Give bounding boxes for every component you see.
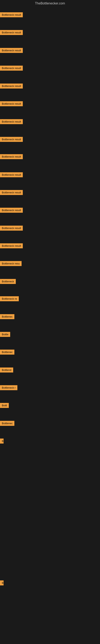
bottleneck-result-item[interactable]: Bottleneck result xyxy=(0,119,23,125)
bottleneck-badge: Bottleneck result xyxy=(0,190,23,195)
bottleneck-result-item[interactable]: Bottleneck result xyxy=(0,137,23,143)
bottleneck-result-item[interactable]: Bottleneck resu xyxy=(0,261,22,267)
bottleneck-result-item[interactable]: Bottleneck result xyxy=(0,12,23,18)
bottleneck-badge: Bottleneck result xyxy=(0,154,23,159)
bottleneck-result-item[interactable]: Bottleneck result xyxy=(0,172,23,178)
bottleneck-badge: B xyxy=(0,580,3,586)
bottleneck-result-item[interactable]: Bottleneck re xyxy=(0,296,19,302)
bottleneck-result-item[interactable]: B xyxy=(0,580,3,586)
bottleneck-result-item[interactable]: Bottlenec xyxy=(0,421,14,427)
bottleneck-badge: Bottleneck result xyxy=(0,226,23,231)
bottleneck-result-item[interactable]: Bottlend xyxy=(0,368,13,373)
bottleneck-result-item[interactable]: Bottle xyxy=(0,332,10,338)
bottleneck-result-item[interactable]: Bottleneck result xyxy=(0,30,23,36)
bottleneck-badge: Bottleneck result xyxy=(0,30,23,35)
bottleneck-result-item[interactable]: Bottlenec xyxy=(0,314,14,320)
bottleneck-badge: Bottleneck result xyxy=(0,137,23,142)
bottleneck-badge: Bottleneck result xyxy=(0,101,23,106)
bottleneck-result-item[interactable]: Bottleneck result xyxy=(0,84,23,89)
bottleneck-badge: Bottleneck result xyxy=(0,66,23,71)
bottleneck-result-item[interactable]: Bottleneck r xyxy=(0,385,17,391)
bottleneck-result-item[interactable]: Bottleneck xyxy=(0,279,16,285)
bottleneck-badge: Bottleneck xyxy=(0,279,16,284)
bottleneck-result-item[interactable]: Bottleneck result xyxy=(0,190,23,196)
bottleneck-result-item[interactable]: Bottl xyxy=(0,403,9,409)
bottleneck-result-item[interactable]: Bottleneck result xyxy=(0,66,23,72)
bottleneck-badge: Bottleneck re xyxy=(0,296,19,301)
bottleneck-badge: Bottleneck result xyxy=(0,208,23,213)
bottleneck-result-item[interactable]: Bottlenec xyxy=(0,350,14,356)
bottleneck-badge: Bottle xyxy=(0,332,10,337)
bottleneck-badge: Bottleneck resu xyxy=(0,261,22,266)
bottleneck-badge: Bottlend xyxy=(0,368,13,372)
bottleneck-badge: Bottleneck result xyxy=(0,48,23,53)
bottleneck-badge: Bottleneck r xyxy=(0,385,17,390)
bottleneck-badge: Bottleneck result xyxy=(0,119,23,124)
bottleneck-badge: Bottleneck result xyxy=(0,12,23,17)
bottleneck-result-item[interactable]: B xyxy=(0,438,3,444)
bottleneck-result-item[interactable]: Bottleneck result xyxy=(0,243,23,249)
bottleneck-badge: Bottlenec xyxy=(0,314,14,319)
bottleneck-result-item[interactable]: Bottleneck result xyxy=(0,226,23,232)
bottleneck-badge: Bottlenec xyxy=(0,350,14,354)
bottleneck-result-item[interactable]: Bottleneck result xyxy=(0,101,23,107)
bottleneck-result-item[interactable]: Bottleneck result xyxy=(0,48,23,54)
bottleneck-badge: Bottl xyxy=(0,403,9,408)
bottleneck-result-item[interactable]: Bottleneck result xyxy=(0,154,23,160)
bottleneck-badge: Bottleneck result xyxy=(0,243,23,248)
bottleneck-badge: Bottlenec xyxy=(0,421,14,426)
bottleneck-badge: Bottleneck result xyxy=(0,172,23,177)
bottleneck-result-item[interactable]: Bottleneck result xyxy=(0,208,23,214)
site-title: TheBottlenecker.com xyxy=(0,0,100,7)
bottleneck-badge: B xyxy=(0,438,3,444)
bottleneck-badge: Bottleneck result xyxy=(0,84,23,88)
